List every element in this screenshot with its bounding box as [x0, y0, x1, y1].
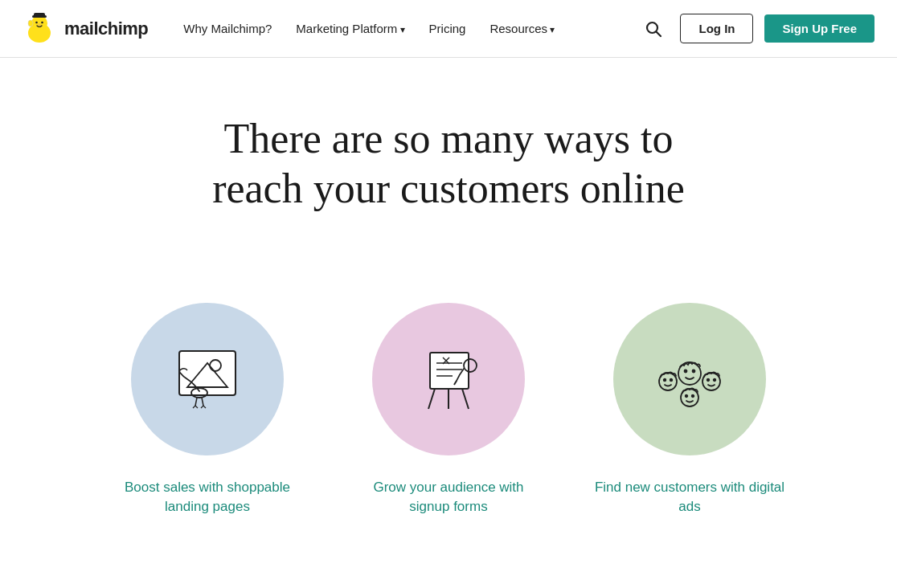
svg-point-39 — [692, 394, 694, 397]
main-nav: mailchimp Why Mailchimp? Marketing Platf… — [0, 0, 897, 58]
svg-line-16 — [202, 398, 203, 406]
svg-point-38 — [686, 394, 688, 397]
login-button[interactable]: Log In — [680, 14, 753, 43]
svg-point-32 — [664, 378, 666, 381]
signup-forms-illustration — [404, 335, 493, 423]
feature-circle-signup-forms — [372, 303, 525, 455]
features-section: Boost sales with shoppable landing pages — [0, 255, 897, 549]
hero-heading: There are so many ways to reach your cus… — [207, 114, 690, 214]
logo-link[interactable]: mailchimp — [23, 12, 148, 46]
svg-rect-11 — [179, 351, 236, 395]
feature-label-landing-pages: Boost sales with shoppable landing pages — [111, 478, 304, 517]
svg-line-10 — [657, 31, 661, 36]
search-icon — [645, 20, 662, 38]
nav-marketing-platform[interactable]: Marketing Platform — [286, 15, 414, 42]
feature-circle-landing-pages — [131, 303, 284, 455]
svg-point-3 — [35, 21, 38, 23]
nav-resources[interactable]: Resources — [480, 15, 564, 42]
digital-ads-illustration — [645, 335, 734, 423]
feature-digital-ads: Find new customers with digital ads — [593, 303, 786, 517]
feature-landing-pages: Boost sales with shoppable landing pages — [111, 303, 304, 517]
svg-point-4 — [41, 21, 43, 23]
svg-line-15 — [195, 398, 197, 406]
logo-icon — [23, 12, 56, 46]
feature-circle-digital-ads — [613, 303, 766, 455]
svg-point-33 — [670, 378, 673, 381]
svg-point-8 — [38, 23, 42, 26]
landing-pages-illustration — [163, 335, 252, 423]
signup-button[interactable]: Sign Up Free — [764, 14, 874, 43]
svg-point-30 — [693, 370, 695, 372]
nav-why-mailchimp[interactable]: Why Mailchimp? — [174, 15, 281, 42]
feature-label-signup-forms: Grow your audience with signup forms — [352, 478, 545, 517]
hero-section: There are so many ways to reach your cus… — [0, 58, 897, 247]
svg-line-21 — [428, 389, 435, 409]
svg-point-5 — [28, 20, 33, 27]
feature-label-digital-ads: Find new customers with digital ads — [593, 478, 786, 517]
feature-signup-forms: Grow your audience with signup forms — [352, 303, 545, 517]
brand-name: mailchimp — [64, 18, 148, 39]
svg-point-29 — [685, 370, 687, 372]
nav-links: Why Mailchimp? Marketing Platform Pricin… — [174, 15, 638, 42]
nav-actions: Log In Sign Up Free — [638, 14, 874, 44]
svg-point-35 — [707, 378, 710, 381]
nav-pricing[interactable]: Pricing — [420, 15, 476, 42]
svg-line-22 — [462, 389, 469, 409]
svg-point-36 — [714, 378, 716, 381]
search-button[interactable] — [638, 14, 669, 44]
svg-rect-7 — [34, 13, 45, 17]
